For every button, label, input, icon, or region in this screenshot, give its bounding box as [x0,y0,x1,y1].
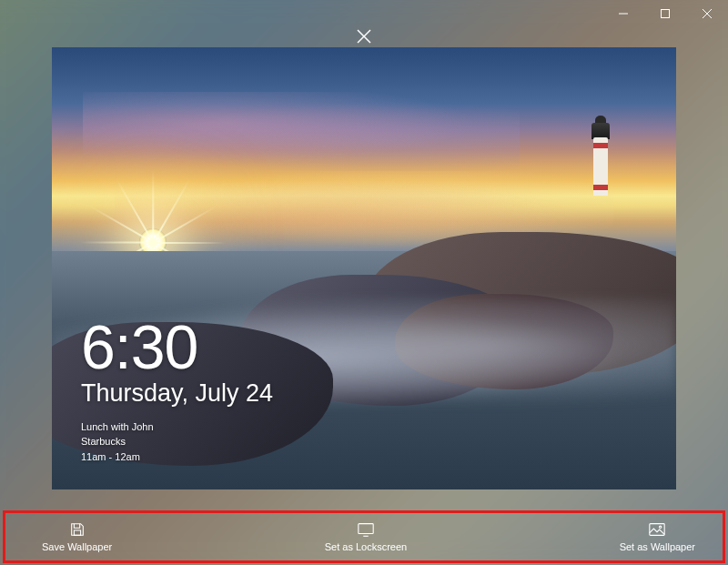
lighthouse-graphic [588,114,613,196]
svg-point-10 [660,526,662,528]
close-preview-button[interactable] [349,22,379,51]
close-icon [357,29,371,44]
save-icon [68,521,86,538]
event-location: Starbucks [81,434,154,449]
save-wallpaper-button[interactable]: Save Wallpaper [31,521,123,552]
svg-rect-7 [359,524,373,534]
action-bar-highlight: Save Wallpaper Set as Lockscreen Set as … [3,510,725,563]
save-wallpaper-label: Save Wallpaper [42,541,112,552]
svg-rect-6 [74,530,80,535]
lockscreen-time: 6:30 [81,316,273,378]
svg-rect-1 [662,10,670,18]
lockscreen-event: Lunch with John Starbucks 11am - 12am [81,419,154,465]
minimize-button[interactable] [602,0,644,27]
svg-rect-9 [650,524,664,536]
preview-scene: 6:30 Thursday, July 24 Lunch with John S… [52,47,676,489]
lockscreen-icon [357,521,375,538]
lockscreen-date: Thursday, July 24 [81,379,273,408]
event-title: Lunch with John [81,419,154,435]
window-controls [602,0,728,27]
set-lockscreen-label: Set as Lockscreen [325,541,408,552]
maximize-button[interactable] [644,0,686,27]
set-wallpaper-label: Set as Wallpaper [620,541,695,552]
window-close-button[interactable] [686,0,728,27]
event-time: 11am - 12am [81,449,154,465]
wallpaper-icon [648,521,666,538]
set-lockscreen-button[interactable]: Set as Lockscreen [314,521,419,552]
wallpaper-preview: 6:30 Thursday, July 24 Lunch with John S… [52,47,676,489]
lockscreen-clock: 6:30 Thursday, July 24 [81,316,273,408]
set-wallpaper-button[interactable]: Set as Wallpaper [609,521,706,552]
